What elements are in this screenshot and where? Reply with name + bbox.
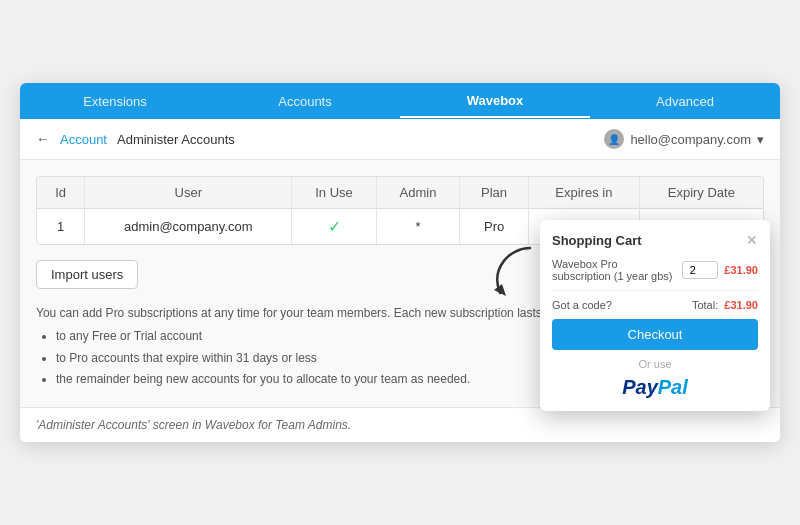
header-title: Administer Accounts [117, 132, 235, 147]
main-window: Extensions Accounts Wavebox Advanced ← A… [20, 83, 780, 442]
paypal-light-text: Pal [658, 376, 688, 398]
checkout-button[interactable]: Checkout [552, 319, 758, 350]
nav-advanced[interactable]: Advanced [590, 86, 780, 117]
total-price: £31.90 [724, 299, 758, 311]
col-expiry-date: Expiry Date [639, 177, 763, 209]
promo-row: Got a code? Total: £31.90 [552, 299, 758, 311]
popup-header: Shopping Cart ✕ [552, 232, 758, 248]
back-arrow-icon[interactable]: ← [36, 131, 50, 147]
item-price: £31.90 [724, 264, 758, 276]
header-left: ← Account Administer Accounts [36, 131, 235, 147]
cell-id: 1 [37, 209, 85, 245]
account-link[interactable]: Account [60, 132, 107, 147]
nav-wavebox[interactable]: Wavebox [400, 85, 590, 118]
cell-plan: Pro [460, 209, 529, 245]
popup-title: Shopping Cart [552, 233, 642, 248]
col-admin: Admin [376, 177, 459, 209]
col-id: Id [37, 177, 85, 209]
cell-user: admin@company.com [85, 209, 292, 245]
nav-accounts[interactable]: Accounts [210, 86, 400, 117]
import-users-button[interactable]: Import users [36, 260, 138, 289]
dropdown-arrow-icon: ▾ [757, 132, 764, 147]
shopping-cart-popup: Shopping Cart ✕ Wavebox Pro subscription… [540, 220, 770, 411]
cell-inuse: ✓ [292, 209, 376, 245]
col-inuse: In Use [292, 177, 376, 209]
nav-extensions[interactable]: Extensions [20, 86, 210, 117]
paypal-logo[interactable]: PayPal [552, 376, 758, 399]
user-avatar-icon: 👤 [604, 129, 624, 149]
divider [552, 290, 758, 291]
nav-bar: Extensions Accounts Wavebox Advanced [20, 83, 780, 119]
header-bar: ← Account Administer Accounts 👤 hello@co… [20, 119, 780, 160]
col-plan: Plan [460, 177, 529, 209]
cell-admin: * [376, 209, 459, 245]
page-caption: 'Administer Accounts' screen in Wavebox … [20, 407, 780, 442]
quantity-input[interactable] [682, 261, 718, 279]
user-email-input[interactable]: admin@company.com [97, 219, 279, 234]
total-text: Total: [692, 299, 718, 311]
col-expires: Expires in [529, 177, 640, 209]
promo-placeholder: Got a code? [552, 299, 612, 311]
or-use-text: Or use [552, 358, 758, 370]
cart-item-label: Wavebox Pro subscription (1 year gbs) [552, 258, 676, 282]
paypal-blue-text: Pay [622, 376, 658, 398]
col-user: User [85, 177, 292, 209]
user-email: hello@company.com [630, 132, 751, 147]
cart-item-row: Wavebox Pro subscription (1 year gbs) £3… [552, 258, 758, 282]
header-right[interactable]: 👤 hello@company.com ▾ [604, 129, 764, 149]
check-icon: ✓ [328, 218, 341, 235]
content-area: Id User In Use Admin Plan Expires in Exp… [20, 160, 780, 407]
total-label-text: Total: £31.90 [692, 299, 758, 311]
popup-close-button[interactable]: ✕ [746, 232, 758, 248]
